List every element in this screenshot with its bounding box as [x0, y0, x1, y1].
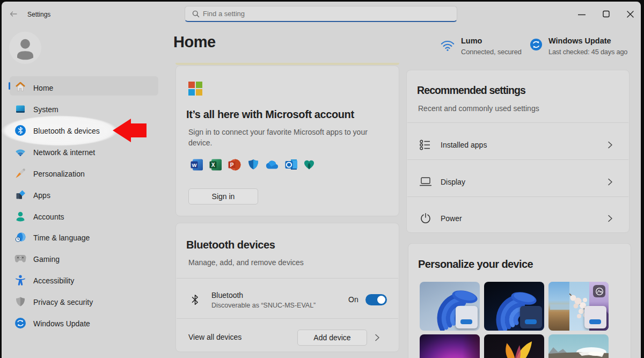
svg-text:W: W [192, 162, 197, 168]
svg-text:P: P [230, 162, 234, 168]
svg-text:X: X [211, 162, 215, 168]
